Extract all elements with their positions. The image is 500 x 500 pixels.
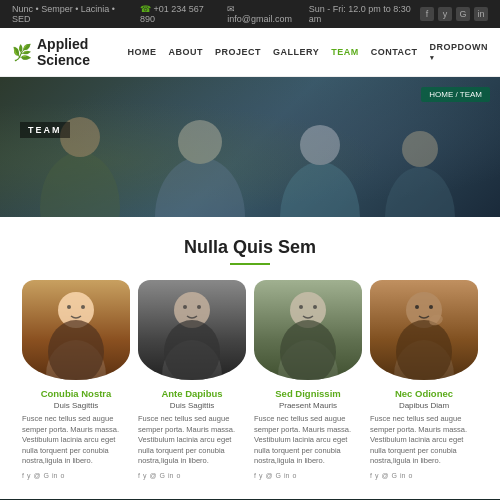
- team-card-img-2: [138, 280, 246, 380]
- social-o[interactable]: o: [60, 472, 64, 479]
- svg-point-6: [385, 167, 455, 217]
- social-in[interactable]: in: [52, 472, 57, 479]
- svg-point-0: [40, 152, 120, 217]
- social-y[interactable]: y: [375, 472, 379, 479]
- logo-icon: 🌿: [12, 43, 32, 62]
- card-role-4: Dapibus Diam: [370, 401, 478, 410]
- team-card-img-3: [254, 280, 362, 380]
- section-underline: [230, 263, 270, 265]
- card-name-3: Sed Dignissim: [254, 388, 362, 399]
- card-social-3: f y @ G in o: [254, 472, 362, 479]
- team-card-4: Nec Odionec Dapibus Diam Fusce nec tellu…: [370, 280, 478, 479]
- social-o[interactable]: o: [176, 472, 180, 479]
- card-role-3: Praesent Mauris: [254, 401, 362, 410]
- social-g[interactable]: G: [276, 472, 281, 479]
- card-role-1: Duis Sagittis: [22, 401, 130, 410]
- logo: 🌿 Applied Science: [12, 36, 127, 68]
- card-social-4: f y @ G in o: [370, 472, 478, 479]
- social-google[interactable]: G: [456, 7, 470, 21]
- social-y[interactable]: y: [259, 472, 263, 479]
- svg-point-3: [178, 120, 222, 164]
- person-svg-3: [254, 280, 362, 380]
- nav-text: Nunc • Semper • Lacinia • SED: [12, 4, 130, 24]
- card-desc-1: Fusce nec tellus sed augue semper porta.…: [22, 414, 130, 467]
- svg-point-2: [155, 157, 245, 217]
- svg-point-22: [313, 305, 317, 309]
- nav-about[interactable]: ABOUT: [168, 47, 203, 57]
- svg-point-27: [429, 305, 433, 309]
- card-social-2: f y @ G in o: [138, 472, 246, 479]
- social-o[interactable]: o: [408, 472, 412, 479]
- card-name-2: Ante Dapibus: [138, 388, 246, 399]
- svg-point-11: [67, 305, 71, 309]
- social-facebook[interactable]: f: [420, 7, 434, 21]
- social-at[interactable]: @: [381, 472, 388, 479]
- svg-point-25: [396, 320, 452, 380]
- nav-contact[interactable]: CONTACT: [371, 47, 418, 57]
- svg-point-12: [81, 305, 85, 309]
- team-section: Nulla Quis Sem Conubia Nostra Duis Sagit…: [0, 217, 500, 499]
- person-svg-2: [138, 280, 246, 380]
- logo-text: Applied Science: [37, 36, 127, 68]
- team-card-3: Sed Dignissim Praesent Mauris Fusce nec …: [254, 280, 362, 479]
- nav-team[interactable]: TEAM: [331, 47, 359, 57]
- social-f[interactable]: f: [22, 472, 24, 479]
- hero-banner: TEAM HOME / TEAM: [0, 77, 500, 217]
- top-bar-social: f y G in: [420, 7, 488, 21]
- svg-point-17: [197, 305, 201, 309]
- social-in[interactable]: in: [168, 472, 173, 479]
- social-twitter[interactable]: y: [438, 7, 452, 21]
- nav-dropdown[interactable]: DROPDOWN: [430, 42, 489, 62]
- person-svg-4: [370, 280, 478, 380]
- email: ✉ info@gmail.com: [227, 4, 298, 24]
- card-role-2: Duis Sagittis: [138, 401, 246, 410]
- svg-point-26: [415, 305, 419, 309]
- team-cards: Conubia Nostra Duis Sagittis Fusce nec t…: [15, 280, 485, 479]
- social-in[interactable]: in: [284, 472, 289, 479]
- nav-project[interactable]: PROJECT: [215, 47, 261, 57]
- team-card-img-1: [22, 280, 130, 380]
- top-bar: Nunc • Semper • Lacinia • SED ☎ +01 234 …: [0, 0, 500, 28]
- top-bar-left: Nunc • Semper • Lacinia • SED ☎ +01 234 …: [12, 4, 420, 24]
- section-title: Nulla Quis Sem: [15, 237, 485, 258]
- svg-point-20: [280, 320, 336, 380]
- card-desc-2: Fusce nec tellus sed augue semper porta.…: [138, 414, 246, 467]
- social-at[interactable]: @: [33, 472, 40, 479]
- social-g[interactable]: G: [44, 472, 49, 479]
- svg-point-16: [183, 305, 187, 309]
- hero-breadcrumb: HOME / TEAM: [421, 87, 490, 102]
- team-card-2: Ante Dapibus Duis Sagittis Fusce nec tel…: [138, 280, 246, 479]
- card-name-1: Conubia Nostra: [22, 388, 130, 399]
- social-y[interactable]: y: [143, 472, 147, 479]
- social-f[interactable]: f: [370, 472, 372, 479]
- nav-home[interactable]: HOME: [127, 47, 156, 57]
- card-name-4: Nec Odionec: [370, 388, 478, 399]
- nav-gallery[interactable]: GALLERY: [273, 47, 319, 57]
- card-desc-4: Fusce nec tellus sed augue semper porta.…: [370, 414, 478, 467]
- header: 🌿 Applied Science HOME ABOUT PROJECT GAL…: [0, 28, 500, 77]
- card-social-1: f y @ G in o: [22, 472, 130, 479]
- social-f[interactable]: f: [138, 472, 140, 479]
- social-o[interactable]: o: [292, 472, 296, 479]
- social-y[interactable]: y: [27, 472, 31, 479]
- social-g[interactable]: G: [160, 472, 165, 479]
- social-linkedin[interactable]: in: [474, 7, 488, 21]
- svg-point-7: [402, 131, 438, 167]
- main-nav: HOME ABOUT PROJECT GALLERY TEAM CONTACT …: [127, 42, 488, 62]
- card-desc-3: Fusce nec tellus sed augue semper porta.…: [254, 414, 362, 467]
- team-card-1: Conubia Nostra Duis Sagittis Fusce nec t…: [22, 280, 130, 479]
- svg-point-10: [48, 320, 104, 380]
- svg-point-15: [164, 320, 220, 380]
- social-g[interactable]: G: [392, 472, 397, 479]
- svg-point-5: [300, 125, 340, 165]
- social-at[interactable]: @: [265, 472, 272, 479]
- team-card-img-4: [370, 280, 478, 380]
- social-f[interactable]: f: [254, 472, 256, 479]
- svg-point-21: [299, 305, 303, 309]
- svg-point-4: [280, 162, 360, 217]
- phone: ☎ +01 234 567 890: [140, 4, 217, 24]
- social-in[interactable]: in: [400, 472, 405, 479]
- social-at[interactable]: @: [149, 472, 156, 479]
- hero-label: TEAM: [20, 122, 70, 138]
- person-svg-1: [22, 280, 130, 380]
